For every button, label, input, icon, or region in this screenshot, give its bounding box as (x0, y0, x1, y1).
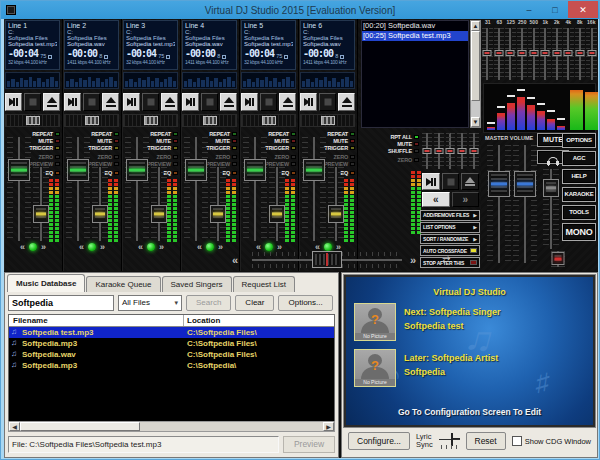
nudge-back-icon[interactable]: « (79, 243, 84, 251)
stop-button[interactable] (142, 93, 159, 111)
eject-button[interactable] (161, 93, 178, 111)
configure-button[interactable]: Configure... (348, 432, 410, 450)
cue-led[interactable] (324, 243, 332, 251)
stop-button[interactable] (24, 93, 41, 111)
pitch-fader-handle[interactable] (328, 205, 344, 223)
stop-button[interactable] (83, 93, 100, 111)
pitch-fader-handle[interactable] (33, 205, 49, 223)
zero-label[interactable]: ZERO (98, 154, 112, 160)
cue-led[interactable] (29, 243, 37, 251)
repeat-label[interactable]: REPEAT (91, 131, 112, 137)
jog-slider[interactable] (300, 114, 355, 127)
zero-label[interactable]: ZERO (216, 154, 230, 160)
play-pause-button[interactable] (241, 93, 258, 111)
mute-label[interactable]: MUTE (274, 138, 289, 144)
repeat-label[interactable]: REPEAT (327, 131, 348, 137)
search-input[interactable] (8, 295, 114, 311)
mute-label[interactable]: MUTE (38, 138, 53, 144)
volume-fader-handle[interactable] (303, 159, 325, 181)
eject-button[interactable] (279, 93, 296, 111)
crossfade-left-icon[interactable]: « (232, 254, 238, 266)
titlebar[interactable]: Virtual DJ Studio 2015 [Evaluation Versi… (1, 1, 599, 19)
volume-fader-track[interactable] (302, 137, 326, 241)
table-header[interactable]: Filename Location (9, 315, 334, 327)
zero-label[interactable]: ZERO (157, 154, 171, 160)
jog-slider[interactable] (123, 114, 178, 127)
checkbox-icon[interactable] (512, 436, 522, 446)
swap-icon[interactable]: ⇄ (442, 254, 450, 265)
jog-slider[interactable] (182, 114, 237, 127)
volume-fader-handle[interactable] (67, 159, 89, 181)
horizontal-scrollbar[interactable]: ◀ ▶ (8, 421, 335, 432)
library-tab[interactable]: Request List (233, 276, 295, 292)
repeat-label[interactable]: REPEAT (209, 131, 230, 137)
playlist-zero-label[interactable]: ZERO (398, 157, 412, 163)
crossfader-handle[interactable] (312, 251, 342, 268)
table-row[interactable]: ♫ Softpedia.mp3 C:\Softpedia\ (9, 360, 334, 371)
table-row[interactable]: ♫ Softpedia test.mp3 C:\Softpedia Files\ (9, 327, 334, 338)
scroll-thumb[interactable] (471, 31, 480, 101)
crossfade-right-icon[interactable]: » (410, 254, 416, 266)
nudge-back-icon[interactable]: « (20, 243, 25, 251)
trigger-label[interactable]: TRIGGER (206, 145, 230, 151)
volume-fader-track[interactable] (243, 137, 267, 241)
nudge-forward-icon[interactable]: » (41, 243, 46, 251)
playlist-eject-button[interactable] (461, 173, 479, 190)
play-pause-button[interactable] (300, 93, 317, 111)
stop-button[interactable] (260, 93, 277, 111)
mute-label[interactable]: MUTE (156, 138, 171, 144)
playlist-play-pause-button[interactable] (422, 173, 440, 190)
options-button[interactable]: Options... (278, 295, 332, 311)
nudge-forward-icon[interactable]: » (277, 243, 282, 251)
previous-track-button[interactable]: « (422, 192, 450, 207)
eject-button[interactable] (338, 93, 355, 111)
pitch-fader-track[interactable] (328, 167, 344, 241)
table-row[interactable]: ♫ Softpedia.wav C:\Softpedia Files\ (9, 349, 334, 360)
cue-led[interactable] (147, 243, 155, 251)
pitch-fader-handle[interactable] (269, 205, 285, 223)
trigger-label[interactable]: TRIGGER (29, 145, 53, 151)
balance-fader-handle[interactable] (552, 252, 565, 265)
filter-select[interactable]: All Files▾ (118, 295, 182, 311)
volume-fader-handle[interactable] (185, 159, 207, 181)
nudge-back-icon[interactable]: « (197, 243, 202, 251)
nudge-back-icon[interactable]: « (138, 243, 143, 251)
master-menu-button[interactable]: TOOLS (562, 205, 596, 220)
repeat-label[interactable]: REPEAT (268, 131, 289, 137)
zero-label[interactable]: ZERO (39, 154, 53, 160)
nudge-forward-icon[interactable]: » (336, 243, 341, 251)
scroll-down-icon[interactable]: ▼ (471, 117, 480, 127)
scroll-right-icon[interactable]: ▶ (323, 422, 334, 431)
zero-label[interactable]: ZERO (275, 154, 289, 160)
jog-slider[interactable] (241, 114, 296, 127)
nudge-back-icon[interactable]: « (315, 243, 320, 251)
master-menu-button[interactable]: KARAOKE (562, 187, 596, 202)
library-tab[interactable]: Music Database (7, 274, 85, 292)
jog-slider[interactable] (64, 114, 119, 127)
pitch-fader-track[interactable] (269, 167, 285, 241)
pitch-fader-handle[interactable] (92, 205, 108, 223)
play-pause-button[interactable] (123, 93, 140, 111)
library-tab[interactable]: Karaoke Queue (86, 276, 160, 292)
stop-button[interactable] (319, 93, 336, 111)
minimize-button[interactable]: – (516, 1, 542, 18)
close-button[interactable]: ✕ (568, 1, 598, 18)
playlist-eq-sliders[interactable] (422, 133, 479, 169)
jog-handle[interactable] (144, 116, 158, 125)
eject-button[interactable] (43, 93, 60, 111)
master-fader-right-track[interactable] (513, 145, 537, 263)
eject-button[interactable] (220, 93, 237, 111)
monitor-fader-track[interactable] (543, 169, 559, 249)
pitch-fader-track[interactable] (33, 167, 49, 241)
master-fader-left-handle[interactable] (488, 171, 510, 197)
cue-led[interactable] (88, 243, 96, 251)
table-row[interactable]: ♫ Softpedia.mp3 C:\Softpedia Files\ (9, 338, 334, 349)
master-menu-button[interactable]: AGC (562, 151, 596, 166)
trigger-label[interactable]: TRIGGER (265, 145, 289, 151)
monitor-fader-handle[interactable] (543, 179, 559, 197)
cue-led[interactable] (265, 243, 273, 251)
playlist-action-button[interactable]: ADD/REMOVE FILES ▶ (420, 210, 480, 221)
reset-button[interactable]: Reset (466, 432, 506, 450)
play-pause-button[interactable] (64, 93, 81, 111)
rpt-all-label[interactable]: RPT ALL (390, 134, 412, 140)
